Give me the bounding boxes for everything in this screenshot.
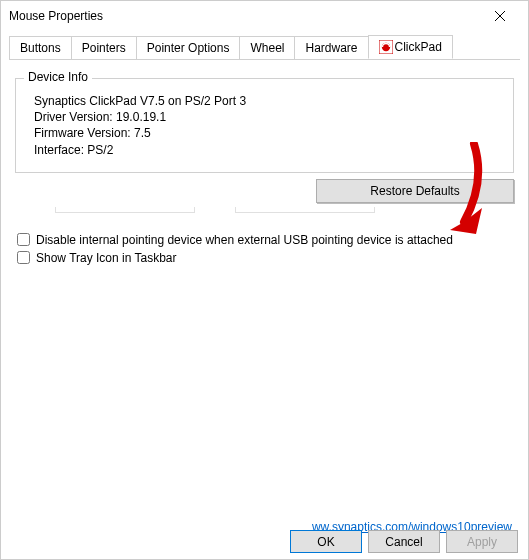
divider — [15, 207, 514, 229]
tab-pointer-options[interactable]: Pointer Options — [136, 36, 241, 59]
tray-icon-label: Show Tray Icon in Taskbar — [36, 251, 177, 265]
tab-wheel[interactable]: Wheel — [239, 36, 295, 59]
restore-row: Restore Defaults — [15, 179, 514, 203]
close-icon — [495, 11, 505, 21]
titlebar: Mouse Properties — [1, 1, 528, 31]
interface: Interface: PS/2 — [34, 142, 501, 158]
window-title: Mouse Properties — [9, 9, 103, 23]
cancel-button[interactable]: Cancel — [368, 530, 440, 553]
tray-icon-checkbox[interactable] — [17, 251, 30, 264]
disable-internal-row[interactable]: Disable internal pointing device when ex… — [17, 233, 514, 247]
dialog-buttons: OK Cancel Apply — [290, 530, 518, 553]
synaptics-icon — [379, 40, 393, 54]
close-button[interactable] — [480, 2, 520, 30]
disable-internal-label: Disable internal pointing device when ex… — [36, 233, 453, 247]
mouse-properties-window: Mouse Properties Buttons Pointers Pointe… — [0, 0, 529, 560]
tab-clickpad-label: ClickPad — [395, 40, 442, 54]
apply-button: Apply — [446, 530, 518, 553]
tray-icon-row[interactable]: Show Tray Icon in Taskbar — [17, 251, 514, 265]
restore-defaults-button[interactable]: Restore Defaults — [316, 179, 514, 203]
disable-internal-checkbox[interactable] — [17, 233, 30, 246]
device-info-legend: Device Info — [24, 70, 92, 84]
tab-buttons[interactable]: Buttons — [9, 36, 72, 59]
ok-button[interactable]: OK — [290, 530, 362, 553]
device-info-group: Device Info Synaptics ClickPad V7.5 on P… — [15, 78, 514, 173]
tab-hardware[interactable]: Hardware — [294, 36, 368, 59]
tab-pointers[interactable]: Pointers — [71, 36, 137, 59]
firmware-version: Firmware Version: 7.5 — [34, 125, 501, 141]
tab-clickpad[interactable]: ClickPad — [368, 35, 453, 59]
device-name: Synaptics ClickPad V7.5 on PS/2 Port 3 — [34, 93, 501, 109]
tab-content: Device Info Synaptics ClickPad V7.5 on P… — [1, 60, 528, 542]
driver-version: Driver Version: 19.0.19.1 — [34, 109, 501, 125]
tab-strip: Buttons Pointers Pointer Options Wheel H… — [9, 35, 520, 60]
